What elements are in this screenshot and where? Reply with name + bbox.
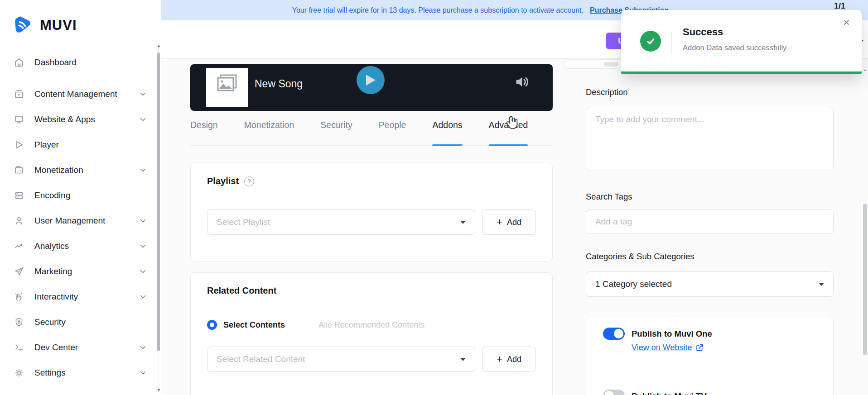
publish-muvi-one-label: Publish to Muvi One (632, 329, 712, 339)
publish-card: Publish to Muvi One View on Website Publ… (586, 317, 834, 395)
scroll-up-arrow[interactable]: ▲ (157, 43, 161, 48)
playlist-add-label: Add (507, 218, 521, 227)
related-content-add-button[interactable]: + Add (482, 347, 536, 372)
tab-people[interactable]: People (379, 120, 406, 145)
sidebar-item-dashboard[interactable]: Dashboard (0, 50, 156, 75)
audio-player: New Song (190, 64, 553, 111)
related-content-select-placeholder: Select Related Content (217, 354, 305, 364)
trial-banner-message: Your free trial will expire for in 13 da… (292, 6, 583, 14)
chevron-down-icon (140, 270, 146, 273)
publish-muvi-tv-toggle[interactable] (603, 390, 625, 395)
categories-select[interactable]: 1 Category selected (586, 271, 834, 297)
radio-select-contents-label[interactable]: Select Contents (223, 320, 285, 330)
tab-design[interactable]: Design (190, 120, 218, 145)
sidebar-item-label: Player (34, 140, 59, 150)
sidebar-item-user-management[interactable]: User Management (0, 208, 156, 233)
paper-plane-icon (14, 266, 24, 277)
sidebar-item-label: Dev Center (34, 343, 78, 352)
chevron-down-icon (140, 371, 146, 375)
chevron-down-icon (140, 168, 146, 172)
sidebar-item-website-apps[interactable]: Website & Apps (0, 107, 156, 132)
success-check-icon (640, 31, 661, 52)
chevron-down-icon (140, 244, 146, 248)
sidebar-item-analytics[interactable]: Analytics (0, 233, 156, 259)
radio-select-contents[interactable] (207, 320, 217, 330)
chevron-down-icon (140, 219, 146, 223)
playlist-add-button[interactable]: + Add (482, 209, 536, 235)
view-on-website-label: View on Website (632, 343, 692, 352)
caret-down-icon (460, 221, 466, 224)
sidebar-item-player[interactable]: Player (0, 132, 156, 157)
description-textarea[interactable] (586, 107, 834, 171)
related-content-title: Related Content (207, 286, 276, 296)
sidebar-item-label: Dashboard (34, 57, 77, 67)
page-scrollbar-thumb[interactable] (863, 204, 867, 355)
page-scrollbar: ▴ (863, 61, 868, 394)
panel-top-fragment (564, 59, 622, 69)
radio-ai-recommended-label[interactable]: Alie Recommended Contents (318, 320, 424, 330)
add-tag-input[interactable] (586, 209, 834, 234)
publish-muvi-one-toggle[interactable] (603, 328, 625, 340)
sidebar-item-dev-center[interactable]: Dev Center (0, 335, 156, 360)
page-counter: 1/1 (834, 1, 845, 11)
sidebar-item-label: Settings (34, 368, 66, 378)
sidebar-item-security[interactable]: Security (0, 309, 156, 335)
help-icon[interactable]: ? (244, 176, 254, 186)
sidebar-item-label: Monetization (34, 165, 83, 175)
content-management-icon (14, 89, 24, 100)
monitor-icon (14, 114, 24, 125)
scroll-down-arrow[interactable]: ▼ (157, 388, 161, 392)
track-title: New Song (255, 78, 303, 90)
related-content-source-options: Select Contents Alie Recommended Content… (207, 320, 424, 330)
scroll-up-arrow[interactable]: ▴ (864, 67, 866, 72)
tab-advanced[interactable]: Advanced (489, 120, 528, 145)
volume-icon[interactable] (514, 73, 531, 90)
sidebar-item-monetization[interactable]: Monetization (0, 157, 156, 183)
categories-selected-value: 1 Category selected (595, 279, 672, 289)
chevron-down-icon (140, 92, 146, 96)
sidebar-scrollbar-thumb[interactable] (157, 52, 160, 351)
shield-lock-icon (14, 317, 24, 328)
sidebar-item-settings[interactable]: Settings (0, 360, 156, 385)
divider (586, 368, 833, 368)
chevron-down-icon (140, 118, 146, 121)
tab-monetization[interactable]: Monetization (244, 120, 294, 145)
categories-label: Categories & Sub Categories (586, 252, 694, 262)
content-tabs: Design Monetization Security People Addo… (190, 120, 553, 146)
description-label: Description (586, 87, 628, 97)
user-icon (14, 215, 24, 226)
tab-security[interactable]: Security (320, 120, 352, 145)
playlist-title: Playlist (207, 176, 239, 186)
related-content-add-label: Add (507, 355, 521, 364)
sidebar-item-marketing[interactable]: Marketing (0, 259, 156, 284)
toast-title: Success (683, 26, 723, 38)
related-content-select[interactable]: Select Related Content (207, 347, 475, 372)
tab-addons[interactable]: Addons (432, 120, 462, 145)
sidebar-item-encoding[interactable]: Encoding (0, 183, 156, 208)
playlist-select-placeholder: Select Playlist (217, 217, 270, 227)
gear-icon (14, 367, 24, 378)
play-button[interactable] (357, 66, 385, 94)
close-icon[interactable]: × (843, 16, 850, 28)
chevron-down-icon (140, 295, 146, 299)
track-thumbnail (206, 68, 248, 107)
play-outline-icon (14, 139, 24, 150)
home-icon (14, 57, 24, 68)
muvi-logo[interactable]: MUVI (13, 15, 77, 36)
sidebar-item-interactivity[interactable]: Interactivity (0, 284, 156, 309)
plus-icon: + (497, 217, 502, 227)
sidebar-item-content-management[interactable]: Content Management (0, 81, 156, 107)
sidebar-item-label: Security (34, 317, 66, 327)
view-on-website-link[interactable]: View on Website (632, 343, 704, 352)
sidebar: MUVI Dashboard Content Management (0, 0, 161, 395)
toast-progress-bar (621, 71, 862, 74)
publish-muvi-tv-label: Publish to Muvi TV (632, 391, 706, 395)
playlist-select[interactable]: Select Playlist (207, 209, 475, 235)
search-tags-label: Search Tags (586, 192, 632, 202)
external-link-icon (695, 343, 704, 352)
sidebar-scrollbar: ▲ ▼ (157, 43, 161, 392)
terminal-icon (14, 342, 24, 353)
caret-down-icon (460, 358, 466, 361)
sidebar-item-label: Website & Apps (34, 114, 95, 124)
plus-icon: + (497, 354, 502, 364)
